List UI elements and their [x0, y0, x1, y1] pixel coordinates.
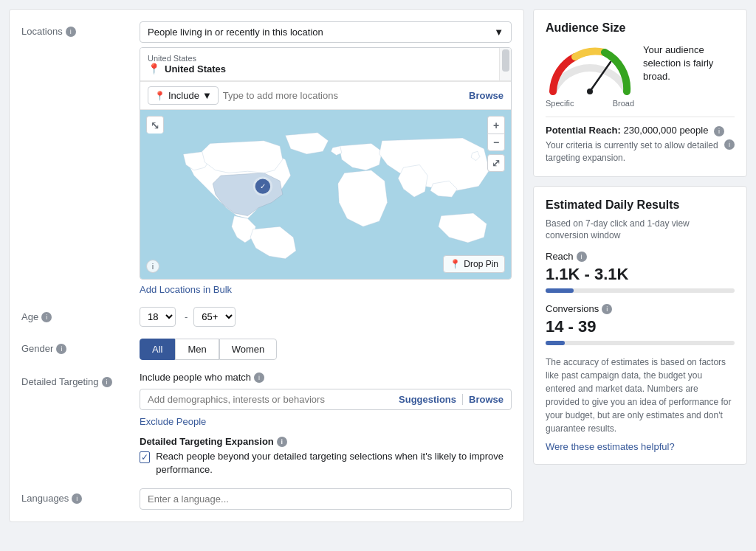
reach-bar-fill [546, 288, 574, 293]
languages-content [140, 488, 512, 510]
expansion-label: Detailed Targeting Expansion i [140, 436, 512, 447]
potential-reach-info-icon[interactable]: i [714, 126, 724, 136]
locations-label: Locations i [21, 21, 140, 37]
gauge-description: Your audience selection is fairly broad. [643, 44, 735, 84]
gender-label: Gender i [21, 339, 140, 354]
locations-content: People living in or recently in this loc… [140, 21, 512, 295]
age-label: Age i [21, 307, 140, 322]
map-expand-icon[interactable]: ⤡ [146, 116, 164, 134]
gauge-specific-label: Specific [546, 99, 574, 108]
reach-value: 1.1K - 3.1K [546, 265, 735, 284]
gender-button-group: All Men Women [140, 339, 512, 360]
gender-info-icon[interactable]: i [56, 344, 66, 354]
map-zoom-out-button[interactable]: − [487, 134, 505, 151]
potential-reach: Potential Reach: 230,000,000 people i [546, 125, 735, 136]
estimated-subtitle: Based on 7-day click and 1-day view conv… [546, 218, 735, 243]
detailed-targeting-label: Detailed Targeting i [21, 372, 140, 387]
scrollbar[interactable] [499, 48, 511, 80]
divider [546, 117, 735, 117]
suggestions-button[interactable]: Suggestions [399, 394, 463, 405]
map-info-button[interactable]: i [146, 260, 159, 273]
include-chevron-icon: ▼ [202, 90, 212, 101]
locations-info-icon[interactable]: i [66, 27, 76, 37]
include-people-header: Include people who match i [140, 372, 512, 383]
detailed-targeting-info-icon[interactable]: i [102, 377, 112, 387]
location-type-dropdown[interactable]: People living in or recently in this loc… [140, 21, 512, 43]
add-bulk-link[interactable]: Add Locations in Bulk [140, 284, 232, 295]
location-search-input[interactable] [223, 90, 464, 101]
gender-women-button[interactable]: Women [219, 339, 278, 360]
reach-info-icon[interactable]: i [577, 252, 587, 262]
estimated-title: Estimated Daily Results [546, 198, 735, 212]
languages-label: Languages i [21, 488, 140, 504]
conversions-bar [546, 341, 735, 345]
criteria-info-icon[interactable]: i [724, 139, 735, 150]
checkbox-check-icon: ✓ [141, 452, 148, 462]
location-type-value: People living in or recently in this loc… [148, 27, 323, 38]
detailed-targeting-input[interactable] [148, 394, 393, 405]
gauge-row: Specific Broad Your audience selection i… [546, 44, 735, 108]
map-zoom-in-button[interactable]: + [487, 116, 505, 134]
age-max-select[interactable]: 65+ [193, 307, 236, 327]
gender-content: All Men Women [140, 339, 512, 360]
audience-size-title: Audience Size [546, 21, 735, 35]
gauge-broad-label: Broad [613, 99, 634, 108]
est-disclaimer: The accuracy of estimates is based on fa… [546, 356, 735, 435]
expansion-info-icon[interactable]: i [277, 437, 287, 447]
country-name-small: United States [148, 54, 504, 63]
map-container: ✓ + − ⤢ ⤡ [140, 109, 511, 279]
conversions-label: Conversions i [546, 303, 735, 314]
audience-gauge [546, 44, 634, 95]
languages-info-icon[interactable]: i [72, 493, 82, 504]
drop-pin-button[interactable]: 📍 Drop Pin [443, 255, 505, 273]
age-min-select[interactable]: 18 [140, 307, 176, 327]
location-browse-button[interactable]: Browse [469, 90, 504, 101]
location-pin-icon: 📍 [148, 63, 160, 74]
include-pin-icon: 📍 [154, 91, 165, 101]
map-zoom-controls: + − ⤢ [487, 116, 505, 172]
country-name-main: 📍 United States [148, 63, 504, 74]
include-row: 📍 Include ▼ Browse [140, 81, 511, 109]
estimated-results-card: Estimated Daily Results Based on 7-day c… [533, 186, 747, 465]
selected-location: United States 📍 United States [140, 48, 511, 81]
svg-point-5 [587, 89, 593, 94]
drop-pin-icon: 📍 [450, 259, 461, 269]
helpful-link[interactable]: Were these estimates helpful? [546, 441, 675, 452]
gender-men-button[interactable]: Men [175, 339, 219, 360]
gauge-labels: Specific Broad [546, 99, 634, 108]
dt-browse-button[interactable]: Browse [469, 394, 504, 405]
languages-input[interactable] [140, 488, 512, 510]
map-fullscreen-button[interactable]: ⤢ [487, 154, 505, 172]
detailed-targeting-search-row: Suggestions Browse [140, 389, 512, 410]
include-button[interactable]: 📍 Include ▼ [148, 86, 219, 105]
expansion-section: Detailed Targeting Expansion i ✓ Reach p… [140, 436, 512, 477]
reach-bar [546, 288, 735, 293]
conversions-bar-fill [546, 341, 565, 345]
age-info-icon[interactable]: i [41, 312, 52, 322]
map-expand-button[interactable]: ⤡ [146, 116, 164, 134]
drop-pin-label: Drop Pin [464, 259, 498, 269]
conversions-value: 14 - 39 [546, 317, 735, 336]
svg-text:✓: ✓ [260, 182, 266, 190]
expansion-description: Reach people beyond your detailed target… [156, 450, 512, 477]
expansion-checkbox[interactable]: ✓ [140, 451, 150, 463]
audience-size-card: Audience Size [533, 9, 747, 177]
chevron-down-icon: ▼ [494, 27, 504, 38]
gauge-container: Specific Broad [546, 44, 634, 108]
gender-all-button[interactable]: All [140, 339, 175, 360]
exclude-people-link[interactable]: Exclude People [140, 416, 206, 427]
conversions-info-icon[interactable]: i [602, 304, 612, 314]
reach-label: Reach i [546, 251, 735, 262]
include-people-info-icon[interactable]: i [254, 372, 264, 383]
detailed-targeting-content: Include people who match i Suggestions B… [140, 372, 512, 477]
scrollbar-thumb [502, 49, 509, 72]
age-dash: - [185, 311, 188, 322]
criteria-text: Your criteria is currently set to allow … [546, 139, 735, 164]
age-content: 18 - 65+ [140, 307, 512, 327]
location-search-box: United States 📍 United States 📍 [140, 47, 512, 280]
expansion-checkbox-row: ✓ Reach people beyond your detailed targ… [140, 450, 512, 477]
